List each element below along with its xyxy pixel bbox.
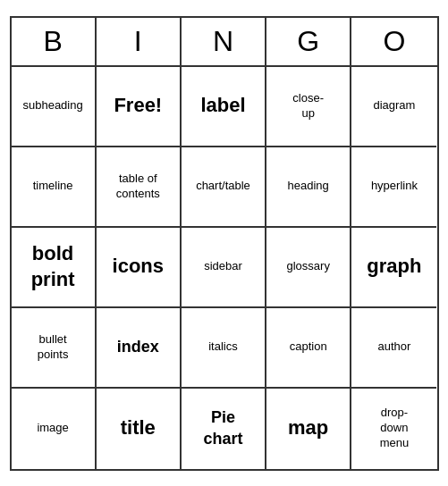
bingo-cell: title (97, 389, 182, 469)
bingo-cell: boldprint (12, 228, 97, 308)
bingo-cell: graph (351, 228, 436, 308)
bingo-cell: bulletpoints (12, 308, 97, 389)
cell-text: title (121, 415, 156, 441)
bingo-cell: hyperlink (351, 147, 436, 228)
cell-text: graph (367, 254, 421, 280)
bingo-grid: subheadingFree!labelclose-updiagramtimel… (12, 67, 437, 469)
cell-text: icons (113, 254, 164, 280)
cell-text: drop-downmenu (380, 406, 410, 451)
bingo-cell: chart/table (182, 147, 266, 228)
cell-text: timeline (33, 179, 73, 194)
bingo-cell: sidebar (182, 228, 266, 308)
header-letter: B (12, 18, 97, 65)
bingo-cell: italics (182, 308, 266, 389)
cell-text: index (117, 337, 159, 357)
cell-text: Free! (114, 93, 162, 119)
bingo-cell: glossary (266, 228, 351, 308)
cell-text: hyperlink (371, 179, 418, 194)
bingo-cell: Free! (97, 67, 182, 147)
bingo-cell: image (12, 389, 97, 469)
cell-text: bulletpoints (38, 332, 69, 363)
bingo-cell: subheading (12, 67, 97, 147)
bingo-card: BINGO subheadingFree!labelclose-updiagra… (10, 16, 439, 471)
cell-text: diagram (373, 98, 415, 113)
cell-text: sidebar (204, 259, 242, 274)
bingo-cell: index (97, 308, 182, 389)
bingo-cell: caption (266, 308, 351, 389)
bingo-cell: diagram (351, 67, 436, 147)
cell-text: subheading (22, 98, 82, 113)
bingo-cell: label (182, 67, 266, 147)
cell-text: chart/table (196, 179, 250, 194)
header-letter: O (351, 18, 436, 65)
cell-text: heading (288, 179, 329, 194)
header-letter: N (182, 18, 266, 65)
cell-text: close-up (292, 91, 324, 122)
cell-text: glossary (286, 259, 329, 274)
bingo-cell: icons (97, 228, 182, 308)
header-letter: I (97, 18, 182, 65)
cell-text: caption (290, 339, 327, 355)
bingo-cell: heading (266, 147, 351, 228)
bingo-cell: drop-downmenu (351, 389, 436, 469)
cell-text: label (200, 93, 245, 119)
cell-text: Piechart (203, 407, 242, 449)
cell-text: author (377, 339, 410, 355)
bingo-cell: Piechart (182, 389, 266, 469)
cell-text: map (288, 415, 328, 441)
cell-text: boldprint (31, 241, 75, 292)
bingo-header: BINGO (12, 18, 437, 67)
cell-text: table ofcontents (116, 172, 160, 202)
bingo-cell: timeline (12, 147, 97, 228)
cell-text: image (37, 421, 68, 436)
bingo-cell: map (266, 389, 351, 469)
bingo-cell: close-up (266, 67, 351, 147)
bingo-cell: author (351, 308, 436, 389)
cell-text: italics (208, 339, 238, 355)
bingo-cell: table ofcontents (97, 147, 182, 228)
header-letter: G (266, 18, 351, 65)
